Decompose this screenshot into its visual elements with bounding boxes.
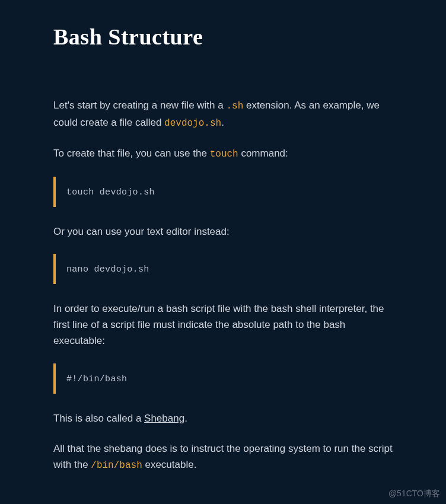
text: Let's start by creating a new file with … bbox=[53, 100, 226, 111]
paragraph-touch: To create that file, you can use the tou… bbox=[53, 145, 393, 162]
code-content: nano devdojo.sh bbox=[66, 264, 149, 275]
shebang-link[interactable]: Shebang bbox=[144, 413, 184, 424]
text: This is also called a bbox=[53, 413, 144, 424]
inline-code-filename: devdojo.sh bbox=[164, 118, 221, 129]
code-block-touch: touch devdojo.sh bbox=[53, 177, 393, 207]
paragraph-interpreter: In order to execute/run a bash script fi… bbox=[53, 301, 393, 349]
code-content: touch devdojo.sh bbox=[66, 187, 155, 197]
text: executable. bbox=[142, 459, 197, 470]
text: . bbox=[184, 413, 187, 424]
paragraph-shebang: This is also called a Shebang. bbox=[53, 410, 393, 426]
paragraph-intro: Let's start by creating a new file with … bbox=[53, 97, 393, 131]
page-title: Bash Structure bbox=[53, 24, 393, 50]
text: . bbox=[221, 117, 224, 128]
code-block-shebang: #!/bin/bash bbox=[53, 363, 393, 394]
code-content: #!/bin/bash bbox=[66, 374, 127, 384]
watermark: @51CTO博客 bbox=[388, 489, 440, 499]
inline-code-binbash: /bin/bash bbox=[91, 460, 142, 471]
inline-code-ext: .sh bbox=[226, 101, 243, 111]
paragraph-explain: All that the shebang does is to instruct… bbox=[53, 441, 393, 474]
text: command: bbox=[238, 148, 288, 159]
inline-code-touch: touch bbox=[210, 149, 238, 160]
code-block-nano: nano devdojo.sh bbox=[53, 254, 393, 284]
text: To create that file, you can use the bbox=[53, 148, 210, 159]
paragraph-editor: Or you can use your text editor instead: bbox=[53, 224, 393, 240]
